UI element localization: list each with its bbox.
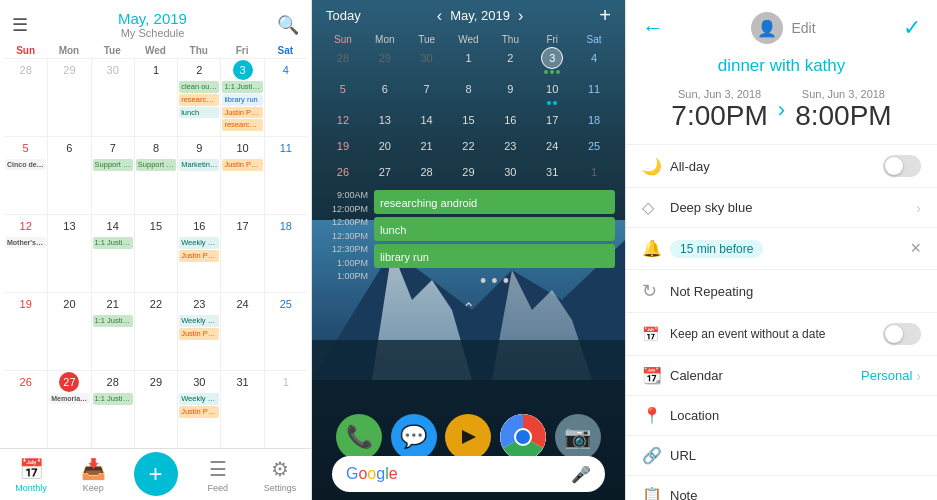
svg-point-9 xyxy=(516,430,530,444)
settings-icon: ⚙ xyxy=(271,457,289,481)
footer-feed[interactable]: ☰ Feed xyxy=(187,449,249,500)
cal-day-12[interactable]: 12 Mother's Day xyxy=(4,215,47,292)
voice-search-icon[interactable]: 🎤 xyxy=(571,465,591,484)
cal-day-9[interactable]: 9 Marketing All xyxy=(177,137,220,214)
widget-hdr-fri: Fri xyxy=(531,33,573,46)
w-day-4[interactable]: 4 xyxy=(573,46,615,75)
cal-day-7[interactable]: 7 Support Retr xyxy=(91,137,134,214)
w-day-29[interactable]: 29 xyxy=(364,46,406,75)
prev-month-arrow[interactable]: ‹ xyxy=(437,7,442,25)
widget-event-library[interactable]: 12:30PM 1:00PM library run xyxy=(322,244,615,268)
day-header-thu: Thu xyxy=(177,43,220,58)
widget-event-lunch[interactable]: 12:00PM 12:30PM lunch xyxy=(322,217,615,241)
cal-day-11[interactable]: 11 xyxy=(264,137,307,214)
dock-phone-icon[interactable]: 📞 xyxy=(336,414,382,460)
footer-keep[interactable]: 📥 Keep xyxy=(62,449,124,500)
allday-toggle[interactable] xyxy=(883,155,921,177)
widget-week-5: 26 27 28 29 30 31 1 xyxy=(322,160,615,184)
start-weekday: Sun, Jun 3, 2018 xyxy=(671,88,768,100)
w-day-3[interactable]: 3 xyxy=(531,46,573,75)
more-dots-icon: • • • xyxy=(480,271,509,292)
event-chip: 1:1 Justin-Da xyxy=(93,237,133,249)
dock-camera-icon[interactable]: 📷 xyxy=(555,414,601,460)
dock-messages-icon[interactable]: 💬 xyxy=(391,414,437,460)
back-button[interactable]: ← xyxy=(642,15,664,41)
dock-plex-icon[interactable] xyxy=(445,414,491,460)
cal-day-16[interactable]: 16 Weekly Hang Justin Pot on xyxy=(177,215,220,292)
w-day-28[interactable]: 28 xyxy=(322,46,364,75)
cal-day-28[interactable]: 28 1:1 Justin-Da xyxy=(91,371,134,448)
cal-day-26[interactable]: 26 xyxy=(4,371,47,448)
footer-monthly[interactable]: 📅 Monthly xyxy=(0,449,62,500)
cal-day-2[interactable]: 2 clean out inb researching a lunch xyxy=(177,59,220,136)
cal-day-1[interactable]: 1 xyxy=(134,59,177,136)
cal-day-3[interactable]: 3 1:1 Justin-Da library run Justin Pot o… xyxy=(220,59,263,136)
event-chip: library run xyxy=(222,94,262,106)
day-header-wed: Wed xyxy=(134,43,177,58)
cal-day-29[interactable]: 29 xyxy=(134,371,177,448)
dock-chrome-icon[interactable] xyxy=(500,414,546,460)
cal-day-29-prev[interactable]: 29 xyxy=(47,59,90,136)
calendar-row[interactable]: 📆 Calendar Personal › xyxy=(626,355,937,395)
edit-button[interactable]: Edit xyxy=(791,20,815,36)
event-detail-panel: ← 👤 Edit ✓ dinner with kathy Sun, Jun 3,… xyxy=(625,0,937,500)
widget-today-label: Today xyxy=(326,8,361,23)
cal-day-23[interactable]: 23 Weekly Hang Justin Pot on xyxy=(177,293,220,370)
cal-day-1-next[interactable]: 1 xyxy=(264,371,307,448)
widget-add-button[interactable]: + xyxy=(599,4,611,27)
cal-day-20[interactable]: 20 xyxy=(47,293,90,370)
hamburger-icon[interactable]: ☰ xyxy=(12,14,28,36)
cal-day-22[interactable]: 22 xyxy=(134,293,177,370)
cal-day-30-prev[interactable]: 30 xyxy=(91,59,134,136)
next-month-arrow[interactable]: › xyxy=(518,7,523,25)
widget-week-1: 28 29 30 1 2 3 4 xyxy=(322,46,615,75)
widget-event-researching[interactable]: 9:00AM 12:00PM researching android xyxy=(322,190,615,214)
repeat-row[interactable]: ↻ Not Repeating xyxy=(626,269,937,312)
cal-day-31[interactable]: 31 xyxy=(220,371,263,448)
color-row[interactable]: ◇ Deep sky blue › xyxy=(626,187,937,227)
location-label: Location xyxy=(670,408,921,423)
cal-day-13[interactable]: 13 xyxy=(47,215,90,292)
cal-day-10[interactable]: 10 Justin Pot on xyxy=(220,137,263,214)
remove-reminder-button[interactable]: × xyxy=(910,238,921,259)
cal-day-14[interactable]: 14 1:1 Justin-Da xyxy=(91,215,134,292)
search-icon[interactable]: 🔍 xyxy=(277,14,299,36)
confirm-button[interactable]: ✓ xyxy=(903,15,921,41)
cal-day-18[interactable]: 18 xyxy=(264,215,307,292)
add-button[interactable]: + xyxy=(134,452,178,496)
widget-week-3: 12 13 14 15 16 17 18 xyxy=(322,108,615,132)
note-row[interactable]: 📋 Note xyxy=(626,475,937,500)
cal-day-17[interactable]: 17 xyxy=(220,215,263,292)
w-day-30[interactable]: 30 xyxy=(406,46,448,75)
no-date-row[interactable]: 📅 Keep an event without a date xyxy=(626,312,937,355)
cal-day-24[interactable]: 24 xyxy=(220,293,263,370)
cal-day-5[interactable]: 5 Cinco de Ma xyxy=(4,137,47,214)
footer-feed-label: Feed xyxy=(207,483,228,493)
allday-row[interactable]: 🌙 All-day xyxy=(626,144,937,187)
location-row[interactable]: 📍 Location xyxy=(626,395,937,435)
cal-day-4[interactable]: 4 xyxy=(264,59,307,136)
widget-expand-button[interactable]: ⌃ xyxy=(312,297,625,320)
w-day-1[interactable]: 1 xyxy=(448,46,490,75)
footer-settings[interactable]: ⚙ Settings xyxy=(249,449,311,500)
cal-day-27[interactable]: 27 Memorial Da xyxy=(47,371,90,448)
cal-day-15[interactable]: 15 xyxy=(134,215,177,292)
footer-add[interactable]: + xyxy=(124,449,186,500)
w-day-2[interactable]: 2 xyxy=(489,46,531,75)
phone-search-bar[interactable]: Google 🎤 xyxy=(332,456,605,492)
url-row[interactable]: 🔗 URL xyxy=(626,435,937,475)
cal-day-19[interactable]: 19 xyxy=(4,293,47,370)
cal-day-25[interactable]: 25 xyxy=(264,293,307,370)
event-chip: Justin Pot on xyxy=(179,250,219,262)
cal-day-21[interactable]: 21 1:1 Justin-Da xyxy=(91,293,134,370)
cal-day-8[interactable]: 8 Support Retr xyxy=(134,137,177,214)
cal-day-6[interactable]: 6 xyxy=(47,137,90,214)
reminder-row[interactable]: 🔔 15 min before × xyxy=(626,227,937,269)
day-header-mon: Mon xyxy=(47,43,90,58)
cal-week-4: 19 20 21 1:1 Justin-Da 22 23 Weekly Hang… xyxy=(4,292,307,370)
cal-day-30[interactable]: 30 Weekly Hang Justin Pot on xyxy=(177,371,220,448)
event-chip: 1:1 Justin-Da xyxy=(93,315,133,327)
calendar-grid: 28 29 30 1 2 clean out inb researching a… xyxy=(0,58,311,448)
cal-day-28-prev[interactable]: 28 xyxy=(4,59,47,136)
no-date-toggle[interactable] xyxy=(883,323,921,345)
